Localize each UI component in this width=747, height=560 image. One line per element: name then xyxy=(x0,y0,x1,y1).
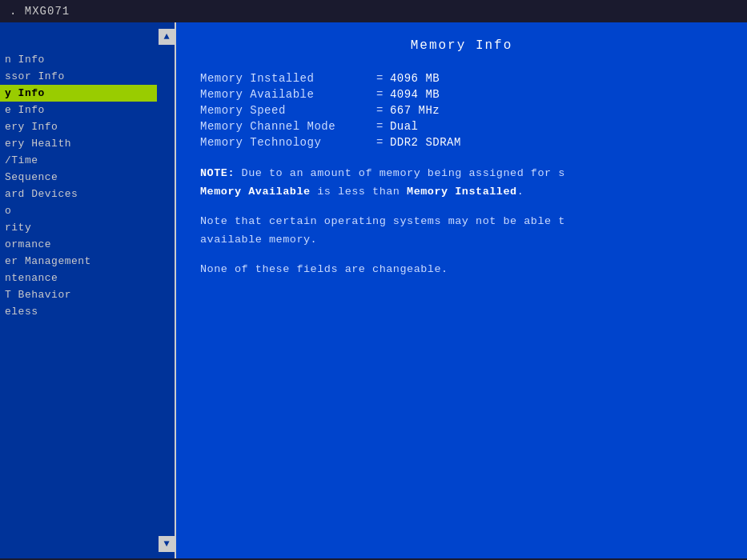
sidebar-item-11[interactable]: ormance xyxy=(0,236,157,253)
field-label-2: Memory Speed xyxy=(200,104,376,117)
sidebar-item-15[interactable]: eless xyxy=(0,303,157,320)
title-bar: . MXG071 xyxy=(0,0,747,22)
scroll-down-icon: ▼ xyxy=(163,538,169,550)
field-value-1: 4094 MB xyxy=(390,88,440,101)
content-area: Memory Info Memory Installed = 4096 MBMe… xyxy=(176,22,747,558)
memory-installed-bold: Memory Installed xyxy=(407,186,517,198)
sidebar-items-container: n Infossor Infoy Infoe Infoery Infoery H… xyxy=(0,29,175,320)
field-value-3: Dual xyxy=(390,120,419,133)
bios-screen: ▲ n Infossor Infoy Infoe Infoery Infoery… xyxy=(0,22,747,558)
note2-line2: available memory. xyxy=(200,234,317,246)
field-value-2: 667 MHz xyxy=(390,104,440,117)
monitor-frame: . MXG071 ▲ n Infossor Infoy Infoe Infoer… xyxy=(0,0,747,560)
field-label-3: Memory Channel Mode xyxy=(200,120,376,133)
note-paragraph-1: NOTE: Due to an amount of memory being a… xyxy=(200,165,723,202)
memory-available-bold: Memory Available xyxy=(200,186,311,198)
sidebar-item-13[interactable]: ntenance xyxy=(0,270,157,286)
content-title: Memory Info xyxy=(200,38,723,53)
sidebar: ▲ n Infossor Infoy Infoe Infoery Infoery… xyxy=(0,22,176,558)
scroll-up-icon: ▲ xyxy=(163,31,169,42)
note-bold-label: NOTE: xyxy=(200,167,242,179)
field-row-4: Memory Technology = DDR2 SDRAM xyxy=(200,136,723,149)
field-value-4: DDR2 SDRAM xyxy=(390,136,461,149)
sidebar-item-1[interactable]: ssor Info xyxy=(0,68,157,85)
field-label-0: Memory Installed xyxy=(200,72,376,85)
field-eq-4: = xyxy=(376,136,384,149)
scroll-down-button[interactable]: ▼ xyxy=(159,536,175,552)
note1-text: Due to an amount of memory being assigne… xyxy=(242,167,565,179)
field-eq-1: = xyxy=(376,88,384,101)
sidebar-item-5[interactable]: ery Health xyxy=(0,135,157,152)
sidebar-item-14[interactable]: T Behavior xyxy=(0,286,157,303)
field-row-3: Memory Channel Mode = Dual xyxy=(200,120,723,133)
note-paragraph-3: None of these fields are changeable. xyxy=(200,261,723,279)
sidebar-item-6[interactable]: /Time xyxy=(0,152,157,169)
note3-text: None of these fields are changeable. xyxy=(200,263,448,275)
field-row-2: Memory Speed = 667 MHz xyxy=(200,104,723,117)
note-section: NOTE: Due to an amount of memory being a… xyxy=(200,165,723,279)
sidebar-item-7[interactable]: Sequence xyxy=(0,169,157,186)
field-row-1: Memory Available = 4094 MB xyxy=(200,88,723,101)
note2-text: Note that certain operating systems may … xyxy=(200,215,565,227)
sidebar-item-2[interactable]: y Info xyxy=(0,85,157,102)
note1-mid: is less than xyxy=(311,186,407,198)
note-paragraph-2: Note that certain operating systems may … xyxy=(200,213,723,250)
title-text: . MXG071 xyxy=(10,5,70,18)
field-row-0: Memory Installed = 4096 MB xyxy=(200,72,723,85)
field-eq-0: = xyxy=(376,72,384,85)
sidebar-item-12[interactable]: er Management xyxy=(0,253,157,270)
sidebar-item-3[interactable]: e Info xyxy=(0,102,157,118)
field-value-0: 4096 MB xyxy=(390,72,440,85)
field-label-4: Memory Technology xyxy=(200,136,376,149)
note1-end: . xyxy=(517,186,524,198)
sidebar-item-0[interactable]: n Info xyxy=(0,51,157,68)
field-label-1: Memory Available xyxy=(200,88,376,101)
field-eq-3: = xyxy=(376,120,384,133)
sidebar-item-10[interactable]: rity xyxy=(0,219,157,236)
sidebar-item-9[interactable]: o xyxy=(0,202,157,219)
memory-fields: Memory Installed = 4096 MBMemory Availab… xyxy=(200,72,723,149)
sidebar-item-4[interactable]: ery Info xyxy=(0,118,157,135)
sidebar-item-8[interactable]: ard Devices xyxy=(0,186,157,202)
field-eq-2: = xyxy=(376,104,384,117)
scroll-up-button[interactable]: ▲ xyxy=(159,29,175,45)
